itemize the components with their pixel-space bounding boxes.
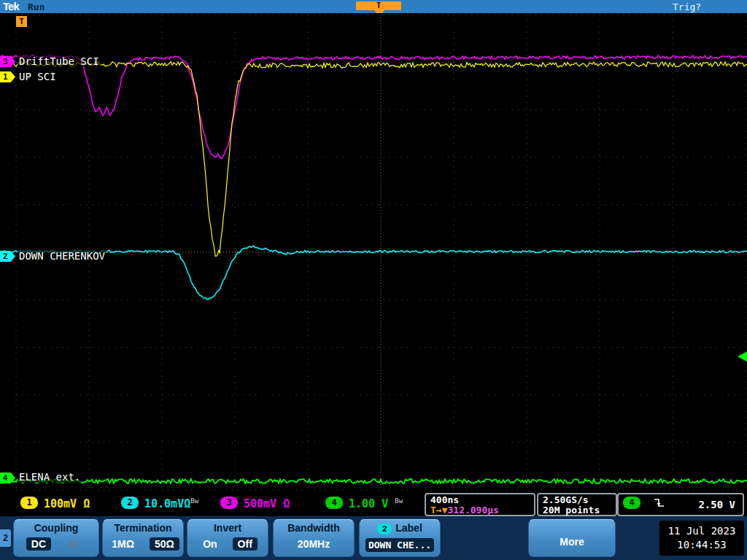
ch2-badge[interactable]: 2 (121, 497, 139, 509)
channel-3-label: DriftTube SCI (18, 55, 101, 67)
time-text: 10:44:53 (659, 538, 744, 552)
label-channel-badge: 2 (377, 524, 392, 534)
ch4-scale-text: 1.00 V (349, 497, 388, 510)
coupling-button[interactable]: Coupling DC AC (13, 519, 99, 557)
more-button[interactable]: More (528, 519, 616, 557)
coupling-ac-option[interactable]: AC (61, 537, 86, 551)
acquisition-status: Run (28, 1, 44, 12)
top-bar: Tek Run T Trig? (0, 0, 747, 13)
waveform-display: T 3 DriftTube SCI 1 UP SCI 2 DOWN CHEREN… (0, 13, 747, 491)
label-button[interactable]: 2Label DOWN CHE... (359, 519, 441, 557)
falling-edge-slope-icon (654, 497, 665, 508)
channel-4-label: ELENA ext. (18, 471, 82, 483)
ch3-badge[interactable]: 3 (220, 497, 238, 509)
readout-bar: 1 100mV Ω 2 10.0mVΩBw 3 500mV Ω 4 1.00 V… (0, 491, 747, 516)
trigger-delay-icon: T→▼ (430, 505, 447, 516)
trigger-source-badge: 4 (623, 497, 640, 509)
channel-2-label: DOWN CHERENKOV (18, 250, 107, 262)
more-label: More (529, 536, 615, 548)
waveform-canvas (0, 13, 747, 491)
termination-button[interactable]: Termination 1MΩ 50Ω (102, 519, 184, 557)
label-title: Label (395, 522, 422, 534)
invert-on-option[interactable]: On (198, 537, 222, 551)
invert-button[interactable]: Invert On Off (187, 519, 268, 557)
timebase-readout[interactable]: 400ns T→▼312.090µs (425, 493, 535, 516)
record-length: 20M points (543, 505, 611, 516)
invert-title: Invert (187, 522, 268, 534)
ch4-bandwidth-limit-flag: Bw (395, 497, 403, 505)
ch2-scale-readout[interactable]: 10.0mVΩBw (144, 497, 198, 510)
trigger-level-value: 2.50 V (698, 499, 735, 510)
bandwidth-value: 20MHz (274, 538, 354, 550)
sample-rate: 2.50GS/s (543, 495, 611, 505)
ch4-badge[interactable]: 4 (325, 497, 343, 509)
bandwidth-title: Bandwidth (274, 522, 354, 534)
termination-title: Termination (103, 522, 183, 534)
invert-off-option[interactable]: Off (233, 537, 258, 551)
timebase-scale: 400ns (430, 495, 530, 505)
trigger-readout[interactable]: 4 2.50 V (617, 493, 744, 516)
termination-1m-option[interactable]: 1MΩ (107, 537, 139, 551)
datetime-display: 11 Jul 2023 10:44:53 (659, 521, 744, 556)
trigger-position-marker[interactable]: T (356, 1, 401, 10)
trigger-delay-value: 312.090µs (447, 505, 498, 516)
channel-menu-bar: 2 Coupling DC AC Termination 1MΩ 50Ω Inv… (0, 516, 747, 560)
date-text: 11 Jul 2023 (659, 524, 744, 538)
trace-ch2-down-cherenkov (0, 246, 747, 300)
label-value: DOWN CHE... (365, 538, 434, 552)
trace-ch1-up-sci (0, 62, 747, 257)
trace-ch4-elena-ext- (0, 479, 747, 483)
trigger-level-indicator[interactable]: T (16, 16, 27, 27)
acquisition-readout[interactable]: 2.50GS/s 20M points (537, 493, 617, 516)
ch1-badge[interactable]: 1 (20, 497, 38, 509)
tek-logo: Tek (3, 0, 19, 12)
oscilloscope-screen: Tek Run T Trig? T 3 DriftTube SCI 1 UP S… (0, 0, 747, 560)
trace-ch3-drifttube-sci (0, 55, 747, 159)
termination-50-option[interactable]: 50Ω (150, 537, 179, 551)
ch1-scale-readout[interactable]: 100mV Ω (44, 497, 90, 510)
coupling-dc-option[interactable]: DC (26, 537, 51, 551)
bandwidth-button[interactable]: Bandwidth 20MHz (273, 519, 355, 557)
channel-1-label: UP SCI (18, 71, 58, 82)
ch2-scale-text: 10.0mVΩ (144, 497, 190, 510)
ch4-scale-readout[interactable]: 1.00 V Bw (349, 497, 403, 510)
trigger-status: Trig? (673, 1, 701, 12)
coupling-title: Coupling (14, 522, 98, 534)
ch2-bandwidth-limit-flag: Bw (190, 497, 198, 505)
menu-channel-tab: 2 (0, 529, 11, 547)
ch3-scale-readout[interactable]: 500mV Ω (244, 497, 290, 510)
